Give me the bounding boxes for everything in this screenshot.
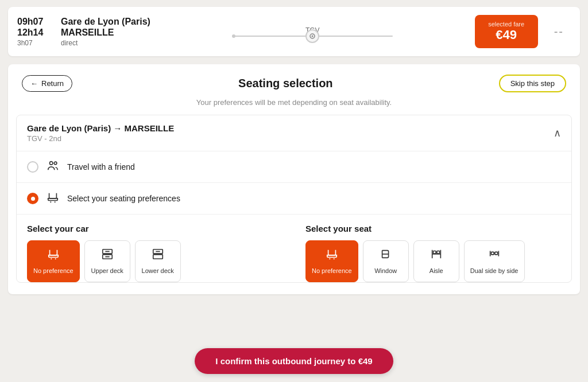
car-option-cards: No preference Upper deck [27,240,283,282]
seating-section: ← Return Seating selection Skip this ste… [8,64,580,294]
seat-icon [47,191,59,206]
lower-deck-card[interactable]: Lower deck [135,240,181,282]
selection-columns: Select your car No preference [27,224,561,282]
skip-button[interactable]: Skip this step [499,75,566,92]
seat-option-cards: No preference Window [305,240,561,282]
no-pref-car-icon [47,248,60,263]
svg-rect-7 [153,255,163,259]
no-pref-seat-icon [326,248,338,263]
upper-deck-icon [101,248,114,263]
seat-selection-title: Select your seat [305,224,561,233]
upper-deck-label: Upper deck [91,267,123,275]
dual-side-card[interactable]: Dual side by side [464,240,525,282]
confirm-button[interactable]: I confirm this outbound journey to €49 [195,348,393,374]
seating-title: Seating selection [72,77,499,90]
dual-side-label: Dual side by side [470,267,519,275]
selection-area: Select your car No preference [17,215,571,282]
train-times: 09h07 12h14 3h07 [17,16,52,47]
seat-no-preference-label: No preference [312,267,352,275]
seating-subtitle: Your preferences will be met depending o… [8,96,580,115]
travel-friend-radio[interactable] [27,161,38,173]
route-info: Gare de Lyon (Paris) → MARSEILLE TGV - 2… [27,123,174,143]
fare-price: €49 [486,28,527,42]
route-section: Gare de Lyon (Paris) → MARSEILLE TGV - 2… [16,115,572,283]
car-no-preference-card[interactable]: No preference [27,240,80,282]
lower-deck-icon [152,248,164,263]
train-route: Gare de Lyon (Paris) MARSEILLE direct [61,16,150,47]
upper-deck-card[interactable]: Upper deck [84,240,130,282]
route-subtitle: TGV - 2nd [27,134,174,143]
seat-no-preference-card[interactable]: No preference [305,240,358,282]
seating-prefs-row[interactable]: Select your seating preferences [17,183,571,215]
svg-rect-9 [437,251,440,254]
fare-label: selected fare [486,21,527,28]
svg-point-2 [50,162,53,165]
aisle-icon [430,248,443,263]
car-selection-group: Select your car No preference [27,224,283,282]
svg-rect-8 [433,251,436,254]
return-label: Return [41,79,64,88]
window-card[interactable]: Window [363,240,409,282]
confirm-bar: I confirm this outbound journey to €49 [0,340,588,382]
window-label: Window [374,267,397,275]
train-icon [305,29,319,43]
destination: MARSEILLE [61,27,150,38]
window-icon [380,248,392,263]
lower-deck-label: Lower deck [142,267,174,275]
travel-friend-icon [47,159,59,174]
route-header: Gare de Lyon (Paris) → MARSEILLE TGV - 2… [17,115,571,151]
car-no-preference-label: No preference [33,267,74,275]
aisle-label: Aisle [430,267,443,275]
selected-fare: selected fare €49 [475,15,538,48]
direct-label: direct [61,39,150,47]
seating-prefs-radio[interactable] [27,193,38,204]
seating-header: ← Return Seating selection Skip this ste… [8,64,580,96]
origin: Gare de Lyon (Paris) [61,16,150,27]
svg-rect-11 [495,252,498,255]
depart-time: 09h07 [17,16,52,27]
svg-point-3 [54,162,57,165]
arrow-left-icon: ← [30,79,38,88]
car-selection-title: Select your car [27,224,283,233]
return-button[interactable]: ← Return [22,75,72,92]
seating-prefs-label: Select your seating preferences [67,194,180,203]
more-button[interactable]: -- [547,25,571,38]
train-card: 09h07 12h14 3h07 Gare de Lyon (Paris) MA… [8,7,580,56]
travel-friend-row[interactable]: Travel with a friend [17,151,571,183]
arrive-time: 12h14 [17,27,52,38]
duration: 3h07 [17,39,52,47]
svg-rect-10 [491,252,494,255]
dual-side-icon [488,248,501,263]
aisle-card[interactable]: Aisle [413,240,459,282]
seat-selection-group: Select your seat No preference [305,224,561,282]
train-line [232,36,393,37]
travel-friend-label: Travel with a friend [67,162,135,171]
train-line-container: TGV [160,26,466,37]
svg-point-1 [312,36,314,37]
chevron-up-icon[interactable]: ∧ [554,127,561,139]
route-title: Gare de Lyon (Paris) → MARSEILLE [27,123,174,133]
